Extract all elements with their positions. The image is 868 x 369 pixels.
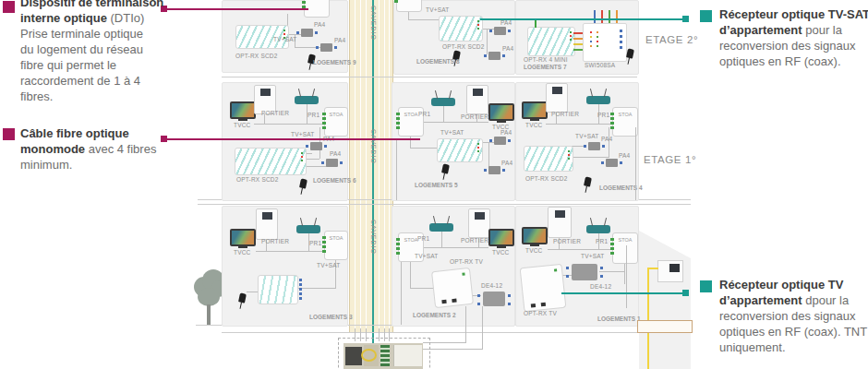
apartment-logements-3: TVCC PORTIER PR1 STOA TV+SAT LOGEMENTS 3 xyxy=(222,206,348,327)
floor-label-etage1: ETAGE 1° xyxy=(644,154,696,165)
wire xyxy=(410,260,411,288)
wire xyxy=(487,29,488,54)
cabinet-feed xyxy=(482,306,483,349)
coax-stub xyxy=(616,10,618,23)
fiber-line xyxy=(360,0,361,328)
tvcc-monitor xyxy=(230,229,256,246)
pa4-label: PA4 xyxy=(500,19,512,26)
legend-rx-tvsat: Récepteur optique TV-SATd’appartement po… xyxy=(719,6,868,69)
pa4-label: PA4 xyxy=(330,150,341,157)
wire xyxy=(609,127,609,157)
optrx-scd2-label: OPT-RX SCD2 xyxy=(442,43,485,50)
pr1-label: PR1 xyxy=(417,235,429,242)
tvcc-monitor xyxy=(488,229,514,246)
pa4-label: PA4 xyxy=(502,45,513,52)
house-terminal-box xyxy=(657,260,683,282)
stoa-outlet: STOA xyxy=(324,107,348,137)
house-wall-band xyxy=(637,320,693,333)
legend-bullet-rx-tv xyxy=(700,280,712,292)
wire xyxy=(572,157,609,158)
tvcc-monitor xyxy=(488,103,514,121)
pr1-label: PR1 xyxy=(596,238,608,244)
fiber-line xyxy=(379,0,380,328)
tvcc-label: TVCC xyxy=(525,122,543,128)
pa4-splitter xyxy=(320,43,332,52)
legend-bullet-rx-tvsat xyxy=(700,10,712,22)
cabinet-feed xyxy=(423,349,483,350)
optrx-scd2-device xyxy=(524,146,573,172)
pa4-splitter xyxy=(494,137,506,145)
power-plug-icon xyxy=(584,176,592,186)
pa4-label: PA4 xyxy=(334,37,345,43)
apartment-logements-1: TVCC PORTIER PR1 STOA TV+SAT DE4-12 OPT-… xyxy=(515,206,639,327)
de4-12-label: DE4-12 xyxy=(590,283,611,290)
wire xyxy=(422,122,488,123)
wire xyxy=(410,135,411,148)
tvsat-label: TV+SAT xyxy=(426,6,449,13)
pa4-label: PA4 xyxy=(601,136,612,142)
de4-12-label: DE4-12 xyxy=(481,282,502,289)
tvcc-monitor xyxy=(230,101,256,119)
swi508sa-multiswitch xyxy=(583,23,627,62)
stoa-label: STOA xyxy=(325,235,347,241)
pa4-label: PA4 xyxy=(501,160,512,166)
wire xyxy=(481,142,494,143)
leader-fibre-cable xyxy=(163,138,420,140)
tree-trunk xyxy=(207,304,211,325)
tvsat-label: TV+SAT xyxy=(575,133,598,139)
legend-bullet-fibre xyxy=(3,128,15,140)
wire xyxy=(562,275,572,276)
portier-intercom xyxy=(256,208,278,240)
wire xyxy=(572,146,584,147)
pr1-router xyxy=(586,96,610,104)
portier-intercom xyxy=(548,207,572,238)
apartment-logements-9: STOA TV+SAT OPT-RX SCD2 PA4 PA4 LOGEMENT… xyxy=(222,0,348,73)
riser-label: CAVEDIO xyxy=(370,129,377,164)
power-plug-icon xyxy=(441,163,450,173)
optrx-tv-label: OPT-RX TV xyxy=(450,258,483,265)
tvcc-label: TVCC xyxy=(492,249,510,256)
portier-label: PORTIER xyxy=(553,238,581,244)
tvcc-label: TVCC xyxy=(234,249,251,256)
swi508sa-label: SWI508SA xyxy=(585,62,615,68)
pa4-label: PA4 xyxy=(314,21,325,28)
wire xyxy=(306,159,319,160)
optrx-scd2-label: OPT-RX SCD2 xyxy=(525,175,568,182)
portier-label: PORTIER xyxy=(551,111,579,117)
apartment-label: LOGEMENTS 6 xyxy=(313,177,356,184)
fiber-line xyxy=(366,0,367,328)
fiber-line xyxy=(389,0,390,328)
leader-rx-tvsat xyxy=(480,18,688,20)
apartment-logements-4: TVCC PORTIER PR1 STOA TV+SAT OPT-RX SCD2… xyxy=(515,82,639,201)
optical-distribution-cabinet xyxy=(344,343,423,369)
tvcc-monitor xyxy=(522,101,548,119)
optrx-tv-device xyxy=(520,264,567,313)
coax-stub xyxy=(601,10,603,23)
splitter-strip xyxy=(380,345,390,366)
cabinet-door xyxy=(393,345,422,366)
de4-12-splitter xyxy=(483,292,505,306)
tvcc-label: TVCC xyxy=(234,122,251,128)
power-plug-icon xyxy=(299,178,307,188)
pr1-router xyxy=(586,225,610,233)
pa4-splitter xyxy=(310,142,322,150)
portier-intercom xyxy=(466,85,488,114)
legend-rx-tv: Récepteur optique TVd’appartement dpour … xyxy=(719,277,868,355)
pa4-splitter xyxy=(488,52,500,60)
apartment-label: LOGEMENTS 8 xyxy=(416,58,460,65)
legend-fibre-cable: Câble fibre optiquemonomode avec 4 fibre… xyxy=(20,125,182,173)
wire xyxy=(254,124,324,125)
tvcc-monitor xyxy=(522,227,548,244)
pr1-router xyxy=(429,223,453,232)
optrx-scd2-label: OPT-RX SCD2 xyxy=(236,176,279,183)
wire xyxy=(305,166,328,167)
wire xyxy=(410,148,437,149)
apartment-label: LOGEMENTS 3 xyxy=(309,314,353,320)
wire xyxy=(256,251,324,252)
leader-rx-tv xyxy=(561,292,688,294)
stoa-outlet: STOA xyxy=(612,107,638,137)
wire xyxy=(441,232,442,247)
floor-slab-line xyxy=(198,204,691,205)
portier-label: PORTIER xyxy=(261,110,289,116)
apartment-logements-2: STOA PR1 PORTIER TVCC TV+SAT OPT-RX TV D… xyxy=(392,206,515,327)
